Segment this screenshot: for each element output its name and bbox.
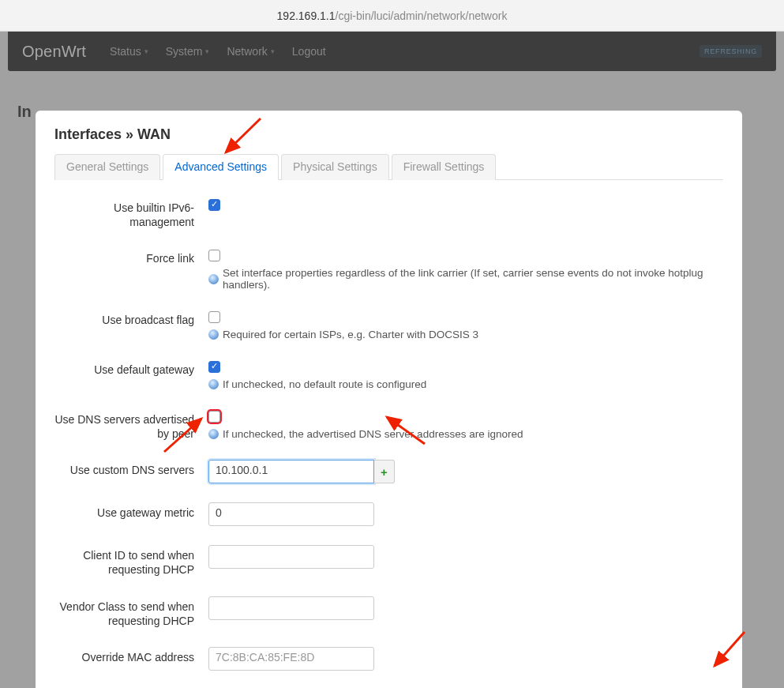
info-icon xyxy=(208,274,219,284)
url-path: /cgi-bin/luci/admin/network/network xyxy=(336,9,508,22)
mac-input[interactable]: 7C:8B:CA:85:FE:8D xyxy=(208,647,374,671)
modal: Interfaces » WAN General Settings Advanc… xyxy=(36,111,742,688)
broadcast-checkbox[interactable] xyxy=(208,311,220,323)
tab-advanced[interactable]: Advanced Settings xyxy=(163,154,279,180)
add-dns-button[interactable]: + xyxy=(374,460,395,483)
vendor-class-label: Vendor Class to send when requesting DHC… xyxy=(54,596,208,628)
custom-dns-label: Use custom DNS servers xyxy=(54,460,208,477)
default-gw-checkbox[interactable] xyxy=(208,361,220,373)
force-link-hint: Set interface properties regardless of t… xyxy=(223,267,723,291)
peer-dns-label: Use DNS servers advertised by peer xyxy=(54,409,208,441)
info-icon xyxy=(208,429,219,439)
tab-general[interactable]: General Settings xyxy=(54,154,160,180)
tab-physical[interactable]: Physical Settings xyxy=(281,154,389,180)
gw-metric-label: Use gateway metric xyxy=(54,502,208,520)
broadcast-hint: Required for certain ISPs, e.g. Charter … xyxy=(223,329,478,340)
info-icon xyxy=(208,379,219,389)
default-gw-label: Use default gateway xyxy=(54,359,208,377)
force-link-checkbox[interactable] xyxy=(208,250,220,261)
url-bar: 192.169.1.1/cgi-bin/luci/admin/network/n… xyxy=(0,0,784,32)
vendor-class-input[interactable] xyxy=(208,596,374,620)
default-gw-hint: If unchecked, no default route is config… xyxy=(223,378,426,390)
custom-dns-input[interactable]: 10.100.0.1 xyxy=(208,460,374,483)
ipv6-checkbox[interactable] xyxy=(208,199,220,211)
peer-dns-hint: If unchecked, the advertised DNS server … xyxy=(223,428,523,440)
mac-label: Override MAC address xyxy=(54,647,208,664)
peer-dns-checkbox[interactable] xyxy=(208,411,220,423)
client-id-label: Client ID to send when requesting DHCP xyxy=(54,545,208,577)
info-icon xyxy=(208,329,219,340)
tab-firewall[interactable]: Firewall Settings xyxy=(392,154,497,180)
force-link-label: Force link xyxy=(54,248,208,265)
url-host: 192.169.1.1 xyxy=(277,9,336,22)
gw-metric-input[interactable]: 0 xyxy=(208,502,374,526)
broadcast-label: Use broadcast flag xyxy=(54,310,208,327)
modal-title: Interfaces » WAN xyxy=(54,126,723,143)
client-id-input[interactable] xyxy=(208,545,374,569)
ipv6-label: Use builtin IPv6-management xyxy=(54,197,208,229)
tabs: General Settings Advanced Settings Physi… xyxy=(54,154,723,180)
